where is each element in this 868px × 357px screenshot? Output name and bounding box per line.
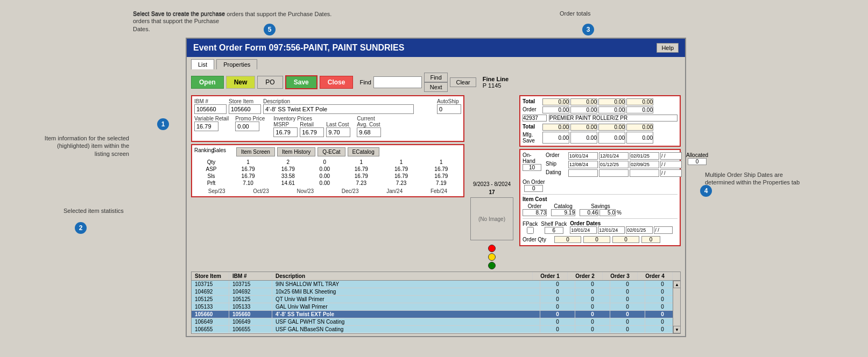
sales-header: Sales <box>213 147 234 156</box>
order-cost-input[interactable] <box>523 209 547 216</box>
help-button[interactable]: Help <box>657 43 679 53</box>
order-sub-label: Order <box>528 203 542 209</box>
find-button[interactable]: Find <box>424 73 448 82</box>
order-inp1[interactable] <box>542 106 569 113</box>
asp-ec: 16.79 <box>421 166 461 173</box>
order-d2[interactable] <box>599 152 629 160</box>
total2-inp4[interactable] <box>626 124 653 131</box>
order-d3[interactable] <box>630 152 659 160</box>
tab-list[interactable]: List <box>191 59 214 69</box>
clear-button[interactable]: Clear <box>450 77 476 87</box>
order-dates-grid: Order <box>546 152 682 160</box>
dating-d1[interactable] <box>568 169 598 177</box>
scroll-down-button[interactable]: ▼ <box>673 326 681 333</box>
find-input[interactable] <box>373 76 422 88</box>
shelf-pack-input[interactable] <box>545 227 563 234</box>
close-button[interactable]: Close <box>320 76 354 89</box>
order-totals-box: Total Order <box>519 95 681 147</box>
item-screen-tab[interactable]: Item Screen <box>236 147 275 156</box>
var-retail-input[interactable] <box>194 122 218 131</box>
promo-input[interactable] <box>235 122 259 131</box>
total2-inp2[interactable] <box>570 124 597 131</box>
new-button[interactable]: New <box>226 76 256 89</box>
savings-input[interactable] <box>580 209 598 216</box>
ibm-input[interactable] <box>194 104 227 114</box>
fpack-checkbox[interactable] <box>527 227 534 234</box>
list-item[interactable]: 103715 103715 9IN SHALLOW MTL TRAY 0 0 0… <box>192 281 680 288</box>
asp-s: 16.79 <box>268 166 308 173</box>
ship-d3[interactable] <box>630 161 659 168</box>
order-date-l2[interactable] <box>598 226 625 234</box>
list-item[interactable]: 105125 105125 QT Univ Wall Primer 0 0 0 … <box>192 296 680 303</box>
list-item[interactable]: 106649 106649 USF GAL PWHT SN Coating 0 … <box>192 318 680 326</box>
order-inp4[interactable] <box>626 106 653 113</box>
ship-d1[interactable] <box>568 161 598 168</box>
retail-input[interactable] <box>300 127 324 137</box>
order-inp3[interactable] <box>598 106 625 113</box>
order-date-l1[interactable] <box>570 226 597 234</box>
store-item-input[interactable] <box>229 104 261 114</box>
list-item[interactable]: 106655 106655 USF GAL NBaseSN Coating 0 … <box>192 326 680 333</box>
on-hand-input[interactable] <box>523 164 541 171</box>
q-ecat-tab[interactable]: Q-ECat <box>317 147 345 156</box>
list-item-selected[interactable]: 105660 105660 4'-8' SS Twist EXT Pole 0 … <box>192 311 680 318</box>
ship-d2[interactable] <box>599 161 629 168</box>
autoship-input[interactable] <box>437 104 461 114</box>
last-cost-input[interactable] <box>326 127 350 137</box>
save-inp1[interactable] <box>542 132 569 144</box>
item-image: (No Image) <box>470 197 513 240</box>
mfg-label-group: Mfg. Save <box>523 132 541 144</box>
order-qty-1[interactable] <box>554 236 581 243</box>
total2-inp1[interactable] <box>542 124 569 131</box>
on-order-input[interactable] <box>524 185 543 192</box>
total-inp2[interactable] <box>570 98 597 105</box>
ecatalog-tab[interactable]: ECatalog <box>348 147 379 156</box>
total-inp4[interactable] <box>626 98 653 105</box>
dating-d3[interactable] <box>630 169 659 177</box>
desc-input[interactable] <box>263 104 414 114</box>
save-inp2[interactable] <box>570 132 597 144</box>
avg-cost-input[interactable] <box>357 127 381 137</box>
middle-column: 9/2023 - 8/2024 17 (No Image) <box>468 95 516 269</box>
list-item[interactable]: 104692 104692 10x25 6Mil BLK Sheeting 0 … <box>192 288 680 296</box>
order-qty-4[interactable] <box>641 236 660 243</box>
total-inp1[interactable] <box>542 98 569 105</box>
cell-desc-sel: 4'-8' SS Twist EXT Pole <box>272 311 540 318</box>
on-order-group: On Order <box>523 179 545 192</box>
asp-r: 16.79 <box>228 166 268 173</box>
next-button[interactable]: Next <box>424 82 448 92</box>
order-date-l4[interactable] <box>654 226 673 234</box>
total2-inp3[interactable] <box>598 124 625 131</box>
savings-pct-input[interactable] <box>599 209 616 216</box>
save-inp3[interactable] <box>598 132 625 144</box>
ship-d4[interactable] <box>660 161 682 168</box>
po-button[interactable]: PO <box>257 76 283 89</box>
order-qty-2[interactable] <box>583 236 610 243</box>
item-history-tab[interactable]: Item History <box>277 147 315 156</box>
total-inp3[interactable] <box>598 98 625 105</box>
product-name-input[interactable] <box>549 115 678 122</box>
msrp-input[interactable] <box>273 127 298 137</box>
catalog-cost-input[interactable] <box>551 209 575 216</box>
open-button[interactable]: Open <box>191 76 224 89</box>
dating-d4[interactable] <box>660 169 682 177</box>
red-light <box>488 245 496 252</box>
order-inp2[interactable] <box>570 106 597 113</box>
order-d1[interactable] <box>568 152 598 160</box>
order-date-l3[interactable] <box>626 226 653 234</box>
period-labels: Sep/23 Oct/23 Nov/23 Dec/23 Jan/24 Feb/2… <box>194 188 461 194</box>
list-item[interactable]: 105133 105133 GAL Univ Wall Primer 0 0 0… <box>192 303 680 311</box>
save-button[interactable]: Save <box>285 75 317 89</box>
allocated-input[interactable] <box>688 158 707 165</box>
scroll-up-button[interactable]: ▲ <box>673 281 681 288</box>
scrollbar[interactable]: ▲ ▼ <box>673 281 680 333</box>
save-inp4[interactable] <box>626 132 653 144</box>
listing-rows: 103715 103715 9IN SHALLOW MTL TRAY 0 0 0… <box>191 281 681 334</box>
cell-ord1: 0 <box>540 281 575 288</box>
order-qty-3[interactable] <box>612 236 639 243</box>
ibm2-input[interactable] <box>523 115 547 122</box>
dating-d2[interactable] <box>599 169 629 177</box>
tab-properties[interactable]: Properties <box>216 59 257 69</box>
avg-cost-group: Avg. Cost <box>357 122 381 137</box>
order-d4[interactable] <box>660 152 682 160</box>
